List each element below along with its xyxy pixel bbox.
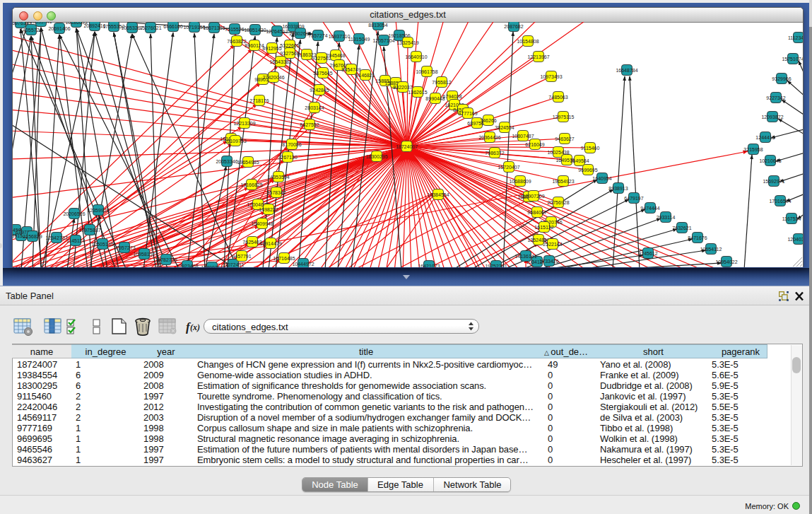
svg-text:7515526: 7515526 [225, 27, 244, 32]
svg-text:2156829: 2156829 [23, 234, 42, 239]
svg-text:12057104: 12057104 [372, 38, 394, 43]
svg-text:2522144: 2522144 [543, 242, 562, 247]
svg-text:10807487: 10807487 [512, 134, 534, 139]
svg-text:5322605: 5322605 [280, 43, 299, 48]
svg-text:6794028: 6794028 [442, 94, 461, 99]
svg-text:1362615: 1362615 [408, 90, 427, 95]
svg-text:20053346: 20053346 [216, 159, 237, 164]
svg-text:10958157: 10958157 [133, 252, 155, 257]
svg-text:27420046: 27420046 [262, 75, 284, 80]
svg-text:3215958: 3215958 [743, 147, 763, 152]
svg-text:18300295: 18300295 [365, 154, 387, 159]
svg-text:9227342: 9227342 [766, 95, 785, 100]
svg-text:1167534: 1167534 [782, 216, 801, 221]
svg-text:12093872: 12093872 [761, 115, 783, 119]
svg-text:6216049: 6216049 [525, 142, 544, 147]
svg-text:11123467: 11123467 [788, 35, 803, 40]
svg-text:2718176: 2718176 [249, 98, 269, 103]
svg-text:746266: 746266 [480, 118, 496, 123]
svg-text:20364436: 20364436 [478, 135, 500, 140]
svg-text:12764512: 12764512 [266, 29, 288, 34]
svg-text:1498222: 1498222 [259, 207, 278, 212]
svg-text:(x): (x) [190, 322, 200, 332]
svg-text:10961758: 10961758 [416, 69, 437, 74]
svg-text:16543382: 16543382 [269, 59, 291, 64]
svg-text:11315049: 11315049 [348, 37, 370, 42]
svg-text:9777169: 9777169 [458, 111, 477, 116]
svg-text:7955812: 7955812 [432, 80, 451, 85]
svg-text:10973493: 10973493 [540, 74, 562, 79]
svg-text:2087682: 2087682 [504, 24, 523, 29]
svg-text:18724007: 18724007 [396, 144, 418, 149]
svg-text:10954022: 10954022 [715, 259, 737, 264]
svg-text:3824554: 3824554 [495, 125, 514, 130]
svg-text:20691406: 20691406 [48, 26, 70, 31]
svg-text:8427552: 8427552 [300, 122, 319, 127]
svg-text:19654985: 19654985 [237, 160, 259, 165]
svg-text:8170086: 8170086 [282, 142, 301, 147]
svg-text:10444972: 10444972 [292, 262, 314, 267]
svg-text:2933114: 2933114 [657, 215, 676, 220]
svg-text:7986372: 7986372 [485, 151, 504, 156]
svg-text:16671355: 16671355 [203, 25, 225, 30]
svg-text:16640910: 16640910 [405, 54, 427, 59]
svg-text:8322037: 8322037 [393, 85, 412, 90]
svg-text:8454749: 8454749 [341, 67, 360, 72]
svg-text:19166825: 19166825 [240, 182, 262, 187]
svg-text:13325419: 13325419 [396, 40, 418, 45]
svg-text:10025438: 10025438 [547, 150, 569, 155]
svg-text:7663822: 7663822 [227, 39, 246, 44]
svg-text:19752301: 19752301 [485, 264, 507, 267]
svg-text:9329966: 9329966 [772, 76, 791, 81]
svg-text:12040354: 12040354 [787, 237, 803, 242]
svg-text:14353504: 14353504 [267, 175, 289, 180]
svg-text:15751074: 15751074 [782, 57, 803, 62]
svg-text:20756928: 20756928 [547, 200, 569, 205]
svg-text:12505135: 12505135 [91, 242, 113, 247]
svg-text:10654112: 10654112 [700, 247, 722, 252]
svg-text:12342737: 12342737 [45, 235, 67, 240]
svg-text:10688609: 10688609 [509, 179, 531, 184]
svg-text:1640954: 1640954 [592, 176, 611, 181]
svg-text:9699695: 9699695 [578, 168, 597, 173]
svg-text:14055724: 14055724 [20, 28, 42, 33]
svg-text:1733426: 1733426 [539, 259, 558, 264]
svg-text:3267130: 3267130 [278, 155, 297, 160]
svg-text:9463627: 9463627 [555, 136, 574, 141]
svg-text:15720407: 15720407 [498, 165, 519, 170]
svg-text:9146821: 9146821 [355, 73, 375, 78]
svg-text:9474444: 9474444 [640, 206, 659, 211]
svg-text:2803144: 2803144 [305, 105, 324, 110]
svg-text:1615132: 1615132 [534, 225, 553, 230]
svg-text:1649584: 1649584 [570, 158, 589, 163]
svg-text:16937110: 16937110 [329, 34, 351, 39]
svg-text:15692971: 15692971 [763, 179, 784, 184]
svg-text:14136141: 14136141 [514, 254, 536, 259]
svg-text:16421073: 16421073 [418, 264, 440, 267]
svg-text:6466160: 6466160 [163, 24, 182, 29]
svg-text:15409948: 15409948 [251, 221, 273, 226]
svg-text:8912955: 8912955 [262, 46, 281, 51]
svg-text:18490254: 18490254 [201, 265, 223, 267]
svg-text:5875645: 5875645 [313, 71, 332, 76]
svg-text:1244415: 1244415 [755, 135, 775, 140]
svg-text:18951430: 18951430 [244, 28, 266, 33]
svg-text:16782759: 16782759 [155, 257, 177, 262]
svg-text:10719155: 10719155 [183, 25, 205, 30]
svg-text:16648784: 16648784 [616, 68, 637, 73]
svg-text:8813054: 8813054 [368, 23, 387, 28]
svg-text:7857274: 7857274 [308, 33, 327, 38]
svg-text:8960124: 8960124 [245, 43, 264, 48]
svg-text:18907209: 18907209 [522, 194, 544, 199]
svg-text:17957273: 17957273 [113, 245, 135, 250]
svg-text:12923468: 12923468 [176, 264, 198, 267]
svg-text:12359928: 12359928 [87, 208, 109, 213]
svg-text:16109753: 16109753 [224, 139, 246, 144]
svg-text:12975115: 12975115 [553, 115, 575, 119]
svg-text:10975887: 10975887 [78, 228, 100, 233]
svg-text:8938913: 8938913 [608, 186, 628, 191]
svg-text:9242845: 9242845 [310, 88, 329, 93]
svg-text:5578342: 5578342 [266, 190, 286, 195]
svg-text:15716485: 15716485 [273, 256, 295, 261]
svg-text:20206526: 20206526 [63, 211, 85, 216]
